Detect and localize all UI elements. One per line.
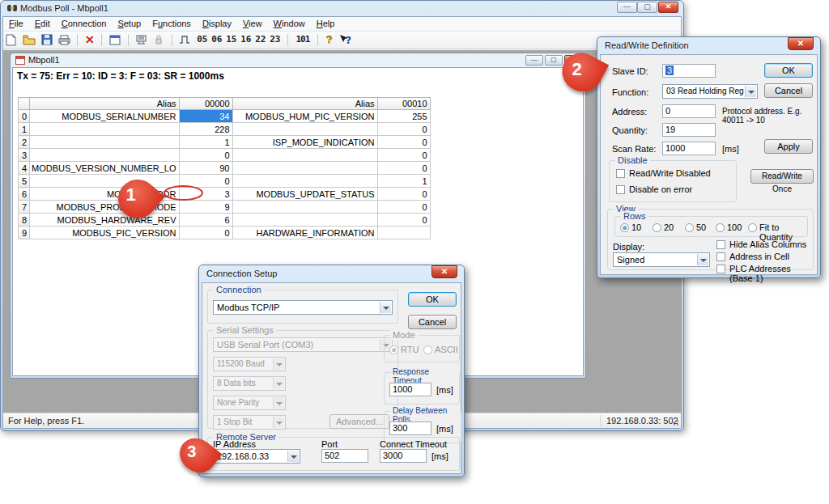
alias-cell[interactable]: [30, 175, 180, 188]
value-cell[interactable]: 1: [377, 175, 430, 188]
rows-fit-radio[interactable]: [748, 223, 757, 232]
rows-20-radio[interactable]: [653, 223, 661, 232]
rows-10-radio[interactable]: [620, 223, 629, 232]
value-cell[interactable]: 0: [377, 162, 430, 175]
rows-50-radio[interactable]: [685, 223, 694, 232]
chevron-down-icon[interactable]: [697, 254, 708, 265]
address-in-cell-checkbox[interactable]: [716, 252, 725, 261]
value-cell[interactable]: 9: [179, 201, 232, 214]
pulse-icon[interactable]: [177, 33, 193, 47]
response-timeout-field[interactable]: 1000: [389, 383, 432, 396]
toolbar-function-101[interactable]: 101: [293, 33, 312, 47]
value-cell[interactable]: 6: [179, 214, 232, 227]
disconnect-icon[interactable]: ✕: [83, 33, 96, 47]
toolbar-function-05[interactable]: 05: [195, 33, 210, 47]
read-write-once-button[interactable]: Read/Write Once: [750, 169, 814, 184]
value-cell[interactable]: 0: [377, 188, 430, 201]
value-cell[interactable]: 1: [179, 136, 232, 149]
read-write-disabled-checkbox[interactable]: [616, 169, 625, 178]
delay-field[interactable]: 300: [389, 421, 432, 435]
mbpoll1-titlebar[interactable]: Mbpoll1 — ▢ ✕: [11, 53, 585, 67]
value-cell[interactable]: 0: [377, 136, 430, 149]
ok-button[interactable]: OK: [764, 63, 813, 78]
apply-button[interactable]: Apply: [764, 139, 813, 154]
quantity-field[interactable]: 19: [662, 123, 716, 137]
value-cell[interactable]: 0: [179, 149, 232, 162]
resize-grip[interactable]: [670, 417, 679, 426]
alias-cell[interactable]: MODBUS_PIC_VERSION: [30, 227, 180, 239]
alias-cell[interactable]: [30, 136, 180, 149]
poll-definition-icon[interactable]: [134, 33, 149, 47]
menu-file[interactable]: File: [3, 17, 29, 32]
save-icon[interactable]: [39, 33, 54, 47]
new-file-icon[interactable]: [3, 33, 19, 47]
alias-cell[interactable]: MODBUS_UPDATE_STATUS: [232, 188, 377, 201]
toolbar-function-15[interactable]: 15: [224, 33, 239, 47]
toolbar-function-22[interactable]: 22: [253, 33, 268, 47]
alias-cell[interactable]: [30, 123, 180, 136]
close-button[interactable]: ✕: [658, 2, 678, 13]
menu-view[interactable]: View: [237, 17, 268, 32]
menu-display[interactable]: Display: [197, 17, 237, 32]
communication-icon[interactable]: [151, 33, 167, 47]
port-field[interactable]: 502: [321, 449, 368, 463]
display-combo[interactable]: Signed: [613, 252, 710, 267]
alias-cell[interactable]: [232, 175, 377, 188]
toolbar-function-06[interactable]: 06: [210, 33, 224, 47]
alias-cell[interactable]: [232, 162, 377, 175]
connect-timeout-field[interactable]: 3000: [380, 449, 427, 463]
alias-cell[interactable]: HARDWARE_INFORMATION: [232, 227, 377, 239]
alias-cell[interactable]: MODBUS_SERIALNUMBER: [30, 110, 180, 123]
value-cell[interactable]: 34: [179, 110, 232, 123]
minimize-button[interactable]: —: [617, 2, 637, 13]
alias-cell[interactable]: [232, 123, 377, 136]
menu-setup[interactable]: Setup: [112, 17, 147, 32]
cancel-button[interactable]: Cancel: [764, 83, 813, 98]
disable-on-error-checkbox[interactable]: [616, 185, 625, 194]
slave-id-field[interactable]: 3: [662, 64, 716, 78]
alias-cell[interactable]: [30, 149, 180, 162]
chevron-down-icon[interactable]: [287, 451, 299, 462]
conn-cancel-button[interactable]: Cancel: [408, 315, 457, 329]
main-titlebar[interactable]: Modbus Poll - Mbpoll1 — ▢ ✕: [1, 1, 683, 16]
help-icon[interactable]: ?: [323, 33, 335, 47]
alias-cell[interactable]: [232, 214, 377, 227]
alias-cell[interactable]: [232, 149, 377, 162]
value-cell[interactable]: 0: [377, 201, 430, 214]
value-cell[interactable]: 255: [377, 110, 430, 123]
maximize-button[interactable]: ▢: [637, 2, 657, 13]
value-cell[interactable]: 0: [377, 214, 430, 227]
function-combo[interactable]: 03 Read Holding Registers (4x): [662, 84, 758, 99]
alias-cell[interactable]: [232, 201, 377, 214]
conn-dialog-close-icon[interactable]: ✕: [432, 265, 457, 278]
value-cell[interactable]: [377, 227, 430, 239]
value-cell[interactable]: 90: [179, 162, 232, 175]
chevron-down-icon[interactable]: [745, 86, 756, 97]
print-icon[interactable]: [57, 33, 72, 47]
scan-rate-field[interactable]: 1000: [662, 142, 716, 155]
value-cell[interactable]: 0: [377, 149, 430, 162]
chevron-down-icon[interactable]: [380, 302, 391, 313]
alias-cell[interactable]: ISP_MODE_INDICATION: [232, 136, 377, 149]
menu-window[interactable]: Window: [268, 17, 311, 32]
alias-cell[interactable]: MODBUS_HUM_PIC_VERSION: [232, 110, 377, 123]
rows-100-radio[interactable]: [716, 223, 725, 232]
address-field[interactable]: 0: [662, 104, 716, 118]
conn-ok-button[interactable]: OK: [408, 292, 457, 307]
setup-window-icon[interactable]: [107, 33, 122, 47]
menu-functions[interactable]: Functions: [147, 17, 197, 32]
value-cell[interactable]: 0: [377, 123, 430, 136]
open-file-icon[interactable]: [21, 33, 36, 47]
value-cell[interactable]: 228: [179, 123, 232, 136]
ip-address-combo[interactable]: 192.168.0.33: [213, 449, 300, 464]
value-cell[interactable]: 0: [179, 227, 232, 239]
toolbar-function-16[interactable]: 16: [239, 33, 253, 47]
context-help-icon[interactable]: ?: [338, 33, 354, 47]
alias-cell[interactable]: MODBUS_HARDWARE_REV: [30, 214, 180, 227]
menu-edit[interactable]: Edit: [29, 17, 56, 32]
hide-alias-checkbox[interactable]: [716, 240, 725, 249]
menu-connection[interactable]: Connection: [56, 17, 113, 32]
rw-dialog-close-icon[interactable]: ✕: [788, 37, 814, 50]
toolbar-function-23[interactable]: 23: [268, 33, 283, 47]
connection-combo[interactable]: Modbus TCP/IP: [213, 300, 393, 315]
